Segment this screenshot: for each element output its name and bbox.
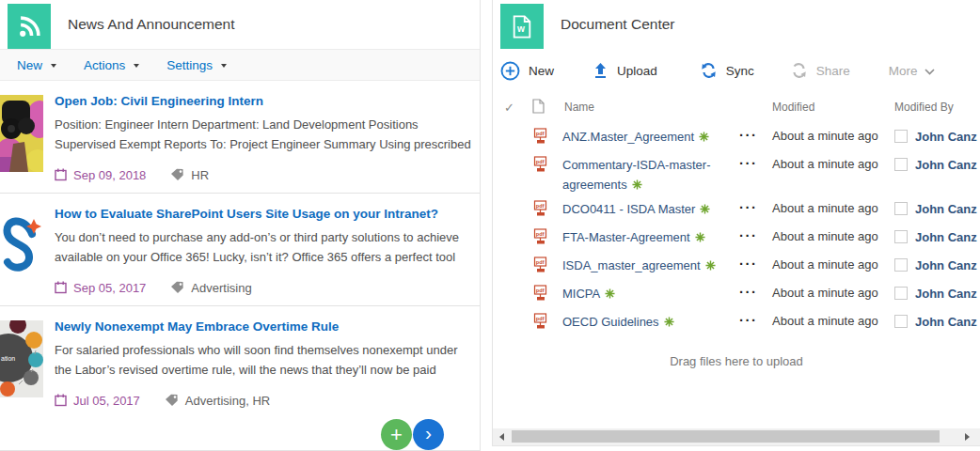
- tag-icon: [165, 394, 179, 407]
- news-item-tags: Advertising: [191, 281, 251, 295]
- new-item-icon: [632, 178, 642, 192]
- presence-indicator: [894, 230, 908, 243]
- chevron-down-icon: [51, 64, 56, 68]
- column-name[interactable]: Name: [564, 101, 772, 114]
- new-item-icon: [605, 287, 615, 301]
- open-menu-ellipsis[interactable]: ···: [739, 307, 772, 334]
- modified-cell: About a minute ago: [772, 279, 894, 307]
- horizontal-scrollbar[interactable]: [493, 428, 980, 445]
- news-item: How to Evaluate SharePoint Users Site Us…: [0, 194, 480, 306]
- person-link[interactable]: John Canz: [915, 315, 977, 329]
- person-link[interactable]: John Canz: [915, 287, 977, 301]
- new-item-icon: [705, 258, 716, 272]
- next-page-button[interactable]: ›: [413, 419, 444, 450]
- news-thumbnail-logo[interactable]: [0, 208, 43, 285]
- sync-icon: [700, 62, 718, 79]
- scroll-right-arrow-icon[interactable]: [965, 433, 970, 441]
- presence-indicator: [894, 202, 908, 215]
- select-all-checkmark[interactable]: ✓: [504, 101, 532, 115]
- presence-indicator: [894, 287, 908, 300]
- upload-icon: [593, 62, 609, 79]
- person-link[interactable]: John Canz: [915, 258, 977, 272]
- open-menu-ellipsis[interactable]: ···: [739, 223, 772, 249]
- calendar-icon: [55, 281, 67, 294]
- open-menu-ellipsis[interactable]: ···: [739, 150, 772, 177]
- news-item: Open Job: Civil Engineering Intern Posit…: [0, 81, 480, 194]
- document-link[interactable]: OECD Guidelines: [562, 315, 659, 329]
- person-link[interactable]: John Canz: [915, 230, 977, 244]
- document-link[interactable]: ISDA_master_agreement: [562, 258, 701, 272]
- chevron-down-icon: [221, 64, 227, 68]
- new-item-icon: [664, 315, 674, 329]
- scrollbar-thumb[interactable]: [512, 430, 940, 443]
- news-thumbnail-binoculars[interactable]: [0, 95, 43, 172]
- news-item-date: Sep 05, 2017: [73, 281, 146, 295]
- pdf-file-icon: pdf: [532, 150, 562, 176]
- share-icon: [790, 62, 808, 79]
- presence-indicator: [894, 315, 908, 328]
- pdf-file-icon: pdf: [532, 194, 562, 220]
- file-type-column-icon: [532, 99, 564, 117]
- column-modified-by[interactable]: Modified By: [894, 101, 980, 114]
- docs-panel-title: Document Center: [561, 16, 674, 33]
- modified-cell: About a minute ago: [772, 122, 894, 150]
- news-item-title[interactable]: Open Job: Civil Engineering Intern: [55, 94, 476, 108]
- open-menu-ellipsis[interactable]: ···: [739, 122, 772, 148]
- table-row[interactable]: pdf ANZ.Master_Agreement ··· About a min…: [493, 122, 980, 150]
- open-menu-ellipsis[interactable]: ···: [739, 279, 772, 305]
- table-row[interactable]: pdf OECD Guidelines ··· About a minute a…: [493, 307, 980, 335]
- news-item-title[interactable]: Newly Nonexempt May Embrace Overtime Rul…: [55, 319, 476, 334]
- new-document-button[interactable]: New: [500, 61, 554, 81]
- pdf-file-icon: pdf: [532, 251, 562, 276]
- svg-text:pdf: pdf: [536, 203, 545, 209]
- document-link[interactable]: DCO0411 - ISDA Master: [562, 202, 695, 216]
- add-item-button[interactable]: +: [381, 419, 412, 450]
- open-menu-ellipsis[interactable]: ···: [739, 194, 772, 221]
- news-item-date: Jul 05, 2017: [73, 394, 140, 408]
- more-menu-button[interactable]: More: [889, 64, 935, 78]
- calendar-icon: [55, 168, 67, 181]
- svg-text:pdf: pdf: [536, 259, 545, 265]
- new-item-icon: [700, 202, 710, 216]
- news-thumbnail-diagram[interactable]: ation: [0, 320, 43, 397]
- news-item-excerpt: You don’t need to purchase any add-on’s …: [55, 227, 476, 267]
- table-row[interactable]: pdf MICPA ··· About a minute ago John Ca…: [493, 279, 980, 307]
- calendar-icon: [55, 394, 67, 407]
- document-link[interactable]: MICPA: [562, 287, 600, 301]
- sync-button[interactable]: Sync: [700, 62, 754, 79]
- rss-icon: [8, 4, 51, 49]
- upload-button[interactable]: Upload: [593, 62, 657, 79]
- table-row[interactable]: pdf ISDA_master_agreement ··· About a mi…: [493, 251, 980, 279]
- tag-icon: [170, 281, 184, 294]
- document-link[interactable]: FTA-Master-Agreement: [562, 230, 690, 244]
- docs-toolbar: New Upload Sync Share: [493, 51, 980, 90]
- news-item-excerpt: For salaried professionals who will soon…: [55, 340, 476, 380]
- person-link[interactable]: John Canz: [915, 202, 977, 216]
- new-item-icon: [695, 230, 705, 244]
- open-menu-ellipsis[interactable]: ···: [739, 251, 772, 277]
- scroll-left-arrow-icon[interactable]: [499, 433, 504, 441]
- news-panel-title: News And Announcement: [68, 16, 235, 33]
- table-row[interactable]: pdf Commentary-ISDA-master-agreements ··…: [493, 150, 980, 194]
- person-link[interactable]: John Canz: [915, 130, 977, 144]
- pdf-file-icon: pdf: [532, 279, 562, 304]
- column-modified[interactable]: Modified: [772, 101, 894, 114]
- menu-actions[interactable]: Actions: [84, 58, 139, 72]
- svg-text:w: w: [516, 23, 525, 34]
- pdf-file-icon: pdf: [532, 307, 562, 333]
- modified-cell: About a minute ago: [772, 223, 894, 251]
- modified-cell: About a minute ago: [772, 150, 894, 179]
- share-button[interactable]: Share: [790, 62, 850, 79]
- menu-new[interactable]: New: [17, 58, 56, 72]
- table-row[interactable]: pdf FTA-Master-Agreement ··· About a min…: [493, 223, 980, 251]
- news-item-title[interactable]: How to Evaluate SharePoint Users Site Us…: [55, 207, 476, 221]
- news-item: ation Newly Nonexempt May Embrace Overti…: [0, 306, 480, 418]
- diagram-label: ation: [1, 355, 15, 362]
- person-link[interactable]: John Canz: [915, 158, 977, 172]
- menu-settings[interactable]: Settings: [166, 58, 227, 72]
- news-item-tags: Advertising, HR: [185, 394, 270, 408]
- news-item-tags: HR: [191, 168, 209, 182]
- document-link[interactable]: ANZ.Master_Agreement: [562, 130, 694, 144]
- word-document-icon: w: [500, 4, 544, 49]
- table-row[interactable]: pdf DCO0411 - ISDA Master ··· About a mi…: [493, 194, 980, 223]
